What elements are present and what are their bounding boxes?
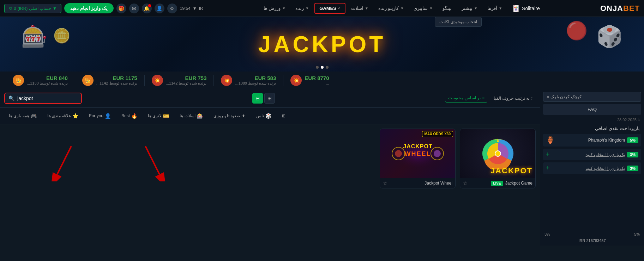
- chevron-icon8: ▼: [499, 6, 502, 10]
- banner-chips-icon: 🪙: [53, 27, 71, 44]
- svg-point-1: [495, 151, 501, 156]
- sidebar: کوچک کردن بلوک « FAQ تا 28.02.2025 بازپر…: [540, 89, 644, 246]
- sidebar-bet-item-3[interactable]: 3% یک بازی را انتخاب کنید +: [543, 162, 641, 174]
- banner-roulette-icon: 🎰: [21, 24, 48, 49]
- nav-games[interactable]: ✓ GAMES: [314, 3, 345, 14]
- dice-icon: 🎲: [265, 113, 271, 119]
- sidebar-bet-item-1: 5% Pharaoh's Kingdom 🏺: [543, 134, 641, 147]
- banner-dot-3[interactable]: [316, 66, 319, 69]
- category-favorites[interactable]: ⭐ علاقه مندی ها: [43, 111, 83, 121]
- user-icon: 👤: [105, 113, 111, 119]
- brand-logo[interactable]: ONJABET: [600, 4, 640, 13]
- sort-options: ↕ به ترتیب حروف الفبا ≡ بر اساس محبوبیت: [445, 94, 536, 102]
- banner-dot-2[interactable]: [321, 66, 324, 69]
- game-card-footer-jackpot-wheel: ☆ Jackpot Wheel: [380, 178, 455, 188]
- gift-icon[interactable]: 🎁: [116, 4, 126, 13]
- game-card-footer-jackpot-live: ☆ LIVE Jackpot Game: [460, 178, 535, 188]
- refresh-icon: ↻: [9, 6, 12, 11]
- sort-alpha-icon: ↕: [531, 96, 533, 101]
- chevron-icon6: ▼: [429, 6, 433, 10]
- nav-sports[interactable]: ▼ ورزش ها: [259, 4, 290, 13]
- jackpot-info-4: EUR 583 برنده شده توسط 1089...: [235, 75, 276, 86]
- arrow1-svg: [50, 139, 78, 181]
- live-badge: LIVE: [491, 181, 503, 186]
- jackpot-wheel-game-svg: JACKPOT WHEEL: [390, 134, 446, 173]
- sort-alphabetical-btn[interactable]: ↕ به ترتیب حروف الفبا: [491, 94, 536, 102]
- star-icon: ⭐: [72, 113, 78, 119]
- jackpot-item-3: 💥 EUR 753 برنده شده توسط 1142...: [144, 75, 214, 86]
- settings-icon[interactable]: ⚙: [167, 4, 177, 13]
- banner-chips2-icon: 🔴: [566, 20, 588, 41]
- solitaire-item[interactable]: Solitaire 🃏: [508, 5, 544, 12]
- search-filter-bar: ↕ به ترتیب حروف الفبا ≡ بر اساس محبوبیت …: [0, 89, 540, 108]
- ascent-icon: ✈: [241, 113, 246, 119]
- sidebar-faq[interactable]: FAQ: [543, 104, 641, 115]
- account-button[interactable]: ▼ حساب اصلی (IRR) 0 ↻: [4, 4, 61, 13]
- message-icon[interactable]: ✉: [129, 4, 139, 13]
- jackpot-live-label: JACKPOT: [490, 166, 532, 175]
- nav-cyber[interactable]: ▼ سایبری: [409, 4, 437, 13]
- game-card-image-jackpot-live: JACKPOT: [460, 129, 535, 178]
- jackpot-info-2: EUR 1175 برنده شده توسط 1142...: [96, 75, 137, 86]
- lottery-icon: 🎫: [163, 113, 169, 119]
- favorite-star-icon[interactable]: ☆: [463, 180, 468, 186]
- search-input[interactable]: [17, 95, 79, 101]
- chevron-icon5: ▼: [400, 6, 404, 10]
- game-card-jackpot-wheel[interactable]: MAX ODDS X30 JACKPOT WHEE: [380, 129, 456, 188]
- top-nav-right: ONJABET: [600, 4, 640, 13]
- game-card-jackpot-live[interactable]: JACKPOT ☆ LIVE Jackpot Game: [460, 129, 536, 188]
- nav-live-casino[interactable]: ▼ کازینو زنده: [374, 4, 408, 13]
- banner-dot-1[interactable]: [326, 66, 329, 69]
- sidebar-section-label: بازپرداخت نقدی اضافی: [543, 125, 641, 132]
- nav-slots[interactable]: ▼ اسلات: [347, 4, 373, 13]
- sort-pop-icon: ≡: [482, 95, 484, 100]
- account-tooltip: انتخاب موجودی اکانت: [435, 17, 482, 27]
- category-grid-toggle[interactable]: ⊞: [277, 111, 290, 121]
- jackpot-avatar-4: 💥: [221, 75, 232, 86]
- jackpot-item-4: 💥 EUR 583 برنده شده توسط 1089...: [213, 75, 283, 86]
- search-box[interactable]: 🔍: [4, 93, 82, 104]
- nav-bingo[interactable]: بینگو: [438, 4, 456, 13]
- jackpot-wheel-svg: [482, 138, 514, 169]
- sidebar-bet-item-2[interactable]: 3% یک بازی را انتخاب کنید +: [543, 149, 641, 160]
- sidebar-add-btn-1[interactable]: +: [546, 151, 550, 158]
- category-dice[interactable]: 🎲 تاس: [252, 111, 276, 121]
- svg-line-11: [57, 146, 71, 174]
- jackpot-item-2: 👑 EUR 1175 برنده شده توسط 1142...: [75, 75, 144, 86]
- top-nav-left: IR ▼ 19:54 ⚙ 👤 🔔 ✉ 🎁 یک واریز انجام دهید…: [4, 3, 203, 13]
- sidebar-collapse-btn[interactable]: کوچک کردن بلوک «: [543, 92, 641, 102]
- user-icon[interactable]: 👤: [155, 4, 164, 13]
- jackpot-avatar-2: 👑: [82, 75, 94, 86]
- sidebar-add-btn-2[interactable]: +: [546, 164, 550, 172]
- top-nav: ONJABET ▼ ورزش ها ▼ زنده ✓ GAMES ▼ اسلات…: [0, 0, 644, 17]
- max-odds-badge: MAX ODDS X30: [422, 131, 453, 137]
- jackpot-info-3: EUR 753 برنده شده توسط 1142...: [166, 75, 207, 86]
- view-toggle: ⊞ ⊟: [252, 93, 275, 104]
- category-all-games[interactable]: 🎮 همه بازی ها: [4, 111, 41, 121]
- nav-live[interactable]: ▼ زنده: [291, 4, 313, 13]
- view-grid4-btn[interactable]: ⊞: [264, 93, 275, 104]
- category-slots[interactable]: 🎰 اسلات ها: [175, 111, 207, 121]
- brand-part1: ONJA: [600, 4, 623, 13]
- favorite-star-icon-2[interactable]: ☆: [383, 180, 387, 186]
- sidebar-irr: IRR 216783457: [543, 238, 641, 243]
- category-best[interactable]: 🔥 Best: [117, 111, 142, 121]
- category-ascent[interactable]: ✈ صعود تا پیروزی: [209, 111, 251, 121]
- category-lottery[interactable]: 🎫 لاتری ها: [143, 111, 174, 121]
- svg-text:WHEEL: WHEEL: [404, 150, 431, 157]
- slot-icon: 🎰: [197, 113, 203, 119]
- games-grid: JACKPOT ☆ LIVE Jackpot Game MAX ODDS X30: [0, 124, 540, 246]
- banner-dice-icon: 🎲: [596, 24, 623, 49]
- deposit-button[interactable]: یک واریز انجام دهید: [64, 3, 114, 13]
- notification-icon[interactable]: 🔔: [142, 4, 152, 13]
- nav-more[interactable]: ▼ بیشتر: [457, 4, 482, 13]
- view-grid2-btn[interactable]: ⊟: [252, 93, 263, 104]
- category-for-you[interactable]: 👤 For you: [84, 111, 115, 121]
- banner-dots: [316, 66, 329, 69]
- nav-offers[interactable]: ▼ آفرها: [483, 4, 506, 13]
- arrow2-svg: [138, 139, 167, 181]
- brand-part2: BET: [623, 4, 640, 13]
- svg-text:JACKPOT: JACKPOT: [403, 143, 432, 149]
- sort-popularity-btn[interactable]: ≡ بر اساس محبوبیت: [445, 94, 487, 102]
- red-arrow-1: [50, 139, 78, 182]
